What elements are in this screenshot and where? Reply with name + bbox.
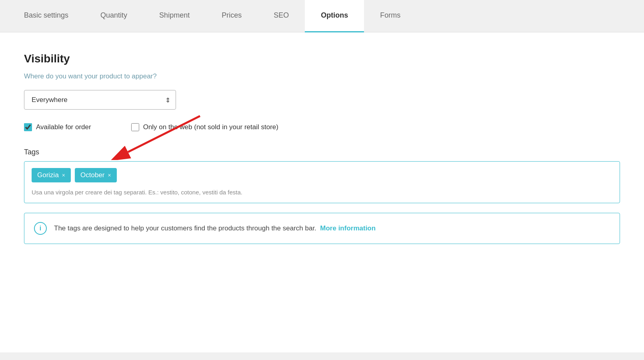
tab-options[interactable]: Options bbox=[305, 0, 364, 32]
tag-gorizia-remove[interactable]: × bbox=[62, 172, 65, 178]
tag-october-label: October bbox=[80, 171, 104, 179]
checkboxes-row: Available for order Only on the web (not… bbox=[24, 122, 620, 132]
tags-hint: Usa una virgola per creare dei tag separ… bbox=[32, 188, 612, 196]
only-on-web-checkbox[interactable]: Only on the web (not sold in your retail… bbox=[131, 122, 278, 132]
tag-gorizia-label: Gorizia bbox=[37, 171, 59, 179]
visibility-dropdown-wrapper: Everywhere Online only In-store only Hid… bbox=[24, 90, 176, 110]
tag-chip-gorizia: Gorizia × bbox=[32, 168, 71, 182]
info-box: i The tags are designed to help your cus… bbox=[24, 213, 620, 244]
tab-quantity[interactable]: Quantity bbox=[84, 0, 143, 32]
tab-seo[interactable]: SEO bbox=[258, 0, 305, 32]
tag-october-remove[interactable]: × bbox=[108, 172, 111, 178]
tags-chips-row: Gorizia × October × bbox=[32, 168, 612, 182]
tab-basic-settings[interactable]: Basic settings bbox=[8, 0, 84, 32]
tab-forms[interactable]: Forms bbox=[364, 0, 416, 32]
more-information-link[interactable]: More information bbox=[320, 224, 376, 232]
available-for-order-checkbox[interactable]: Available for order bbox=[24, 122, 91, 132]
tags-container[interactable]: Gorizia × October × Usa una virgola per … bbox=[24, 161, 620, 203]
tags-section: Tags Gorizia × October × Usa una bbox=[24, 148, 620, 203]
tags-label: Tags bbox=[24, 148, 620, 156]
visibility-title: Visibility bbox=[24, 52, 620, 65]
main-content: Visibility Where do you want your produc… bbox=[0, 32, 644, 352]
only-on-web-label: Only on the web (not sold in your retail… bbox=[143, 122, 278, 132]
visibility-dropdown[interactable]: Everywhere Online only In-store only Hid… bbox=[24, 90, 176, 110]
tab-prices[interactable]: Prices bbox=[206, 0, 258, 32]
tab-navigation: Basic settings Quantity Shipment Prices … bbox=[0, 0, 644, 32]
tag-chip-october: October × bbox=[75, 168, 117, 182]
info-icon: i bbox=[34, 222, 47, 235]
tab-shipment[interactable]: Shipment bbox=[143, 0, 206, 32]
available-for-order-label: Available for order bbox=[36, 122, 91, 132]
available-for-order-input[interactable] bbox=[24, 123, 32, 131]
visibility-subtitle: Where do you want your product to appear… bbox=[24, 72, 620, 80]
svg-line-1 bbox=[128, 116, 200, 152]
only-on-web-input[interactable] bbox=[131, 123, 139, 131]
info-box-text: The tags are designed to help your custo… bbox=[54, 223, 376, 234]
info-box-message: The tags are designed to help your custo… bbox=[54, 224, 316, 232]
